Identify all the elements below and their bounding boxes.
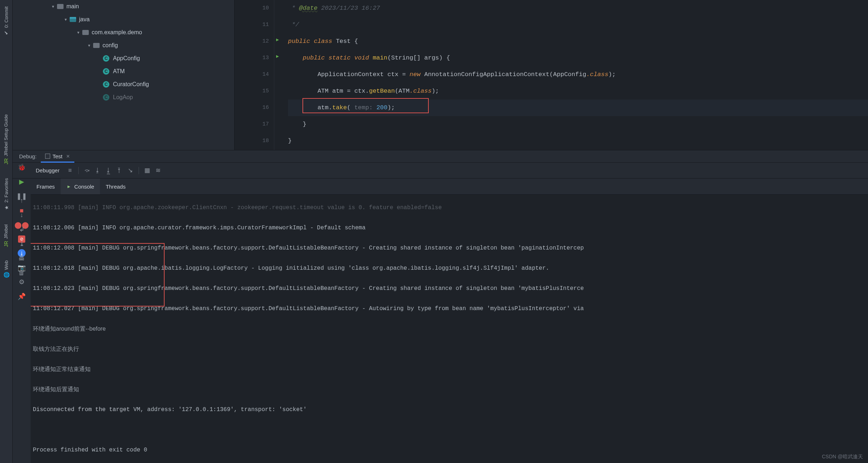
console-line: 11:08:12.018 [main] DEBUG org.apache.iba… [33,263,866,273]
tree-label: java [79,16,90,23]
code-editor[interactable]: 10 11 12 13 14 15 16 17 18 ▶ ▶ * @date 2… [235,0,868,150]
line-number: 18 [235,133,269,149]
bug-icon[interactable]: 🐞 [17,163,26,171]
line-number: 14 [235,66,269,83]
console-line: 11:08:12.027 [main] DEBUG org.springfram… [33,304,866,314]
debug-panel: Debug: Test ✕ 🐞 ▶ ❚❚ ■ ⬤⬤ ⊘ ⭳ 📷 ⚙ 📌 Debu… [13,150,868,463]
clear-icon[interactable]: 🗑 [17,269,26,277]
line-number: 15 [235,83,269,100]
line-number: 12 [235,33,269,50]
print-icon[interactable]: 🖶 [17,254,26,262]
console-line: 11:08:12.023 [main] DEBUG org.springfram… [33,283,866,294]
trace-icon[interactable]: ≋ [153,165,163,176]
folder-icon [57,4,64,9]
tab-threads[interactable]: Threads [100,178,131,194]
favorites-tool[interactable]: ★ 2: Favorites [4,178,9,211]
debug-tab-label: Test [52,153,62,159]
project-tree: ▾ main ▾ java ▾ com.example.demo ▾ confi… [13,0,235,150]
tab-console[interactable]: ▸ Console [61,178,100,194]
evaluate-icon[interactable]: ▦ [142,165,153,176]
debug-header: Debug: Test ✕ [13,150,868,163]
tree-label: config [102,42,118,49]
jrebel-tool[interactable]: JR JRebel [3,224,9,247]
step-over-icon[interactable]: ⤼ [82,165,92,176]
tree-row[interactable]: ▾ java [13,13,234,26]
web-tool[interactable]: 🌐 Web [3,260,9,278]
debug-title: Debug: [15,153,41,159]
debug-tabs: Frames ▸ Console Threads [13,178,868,194]
line-number: 11 [235,17,269,33]
console-icon: ▸ [66,184,71,189]
console-line: 环绕通知around前置--before [33,324,866,334]
chevron-down-icon: ▾ [76,30,81,35]
tree-row[interactable]: C CuratorConfig [13,78,234,91]
close-icon[interactable]: ✕ [66,154,70,159]
step-out-icon[interactable]: ⭱ [114,165,125,176]
line-number: 16 [235,100,269,116]
web-icon: 🌐 [3,272,9,278]
console-line: 取钱方法正在执行 [33,344,866,354]
tab-frames[interactable]: Frames [31,178,61,194]
code-area[interactable]: * @date 2023/11/23 16:27 */ public class… [274,0,868,150]
watermark: CSDN @暗武逢天 [822,454,863,460]
chevron-down-icon: ▾ [87,43,92,48]
commit-tool[interactable]: ✔ 0: Commit [4,6,9,36]
tree-row[interactable]: C LogAop [13,91,234,104]
line-number: 17 [235,116,269,133]
tree-label: LogAop [113,94,133,101]
class-icon: C [103,68,109,75]
scroll-end-icon[interactable]: ⤓ [17,240,26,248]
console-line: Process finished with exit code 0 [33,445,866,455]
console-line: 环绕通知正常结束通知 [33,364,866,374]
star-icon: ★ [3,205,9,210]
left-tool-strip: ✔ 0: Commit JR JRebel Setup Guide ★ 2: F… [0,0,13,463]
console-line: 11:08:12.008 [main] DEBUG org.springfram… [33,243,866,253]
package-icon [93,43,100,48]
down-icon[interactable]: ↓ [17,211,26,219]
class-icon: C [103,55,109,62]
chevron-down-icon: ▾ [63,17,68,22]
line-number: 13 [235,50,269,66]
package-icon [82,30,89,35]
console-line: 环绕通知后置通知 [33,384,866,394]
tree-row[interactable]: ▾ com.example.demo [13,26,234,39]
jrebel-setup-tool[interactable]: JR JRebel Setup Guide [3,114,9,164]
soft-wrap-icon[interactable]: ↲ [17,225,26,233]
console-actions: ↑ ↓ ↲ ⤓ 🖶 🗑 [13,194,31,463]
line-number: 10 [235,0,269,17]
tree-label: com.example.demo [92,29,142,36]
tree-label: AppConfig [113,55,140,62]
console-line [33,425,866,435]
tree-label: CuratorConfig [113,81,149,88]
debugger-label[interactable]: Debugger [31,167,65,173]
tree-label: main [66,3,79,10]
jrebel-icon: JR [3,158,9,164]
force-step-into-icon[interactable]: ⭳̲ [103,165,114,176]
jrebel-icon: JR [3,241,9,247]
drop-frame-icon[interactable]: ↘ [125,165,136,176]
line-gutter: 10 11 12 13 14 15 16 17 18 ▶ ▶ [235,0,274,150]
tree-label: ATM [113,68,125,75]
up-icon[interactable]: ↑ [17,197,26,204]
tree-row[interactable]: C ATM [13,65,234,78]
app-icon [45,154,50,159]
layout-icon[interactable]: ≡ [65,165,75,176]
step-into-icon[interactable]: ⭳ [92,165,103,176]
class-icon: C [103,81,109,88]
debugger-toolbar: Debugger ≡ ⤼ ⭳ ⭳̲ ⭱ ↘ ▦ ≋ [13,163,868,178]
console-line: 11:08:11.998 [main] INFO org.apache.zook… [33,203,866,213]
tree-row[interactable]: ▾ main [13,0,234,13]
debug-run-tab[interactable]: Test ✕ [41,151,74,163]
class-icon: C [103,94,109,101]
folder-icon [70,17,76,22]
console-line: 11:08:12.006 [main] INFO org.apache.cura… [33,223,866,233]
tree-row[interactable]: ▾ config [13,39,234,52]
resume-icon[interactable]: ▶ [17,178,26,186]
tree-row[interactable]: C AppConfig [13,52,234,65]
chevron-down-icon: ▾ [51,4,56,9]
commit-icon: ✔ [3,31,9,35]
console-output[interactable]: 11:08:11.998 [main] INFO org.apache.zook… [31,194,868,463]
console-line: Disconnected from the target VM, address… [33,405,866,415]
